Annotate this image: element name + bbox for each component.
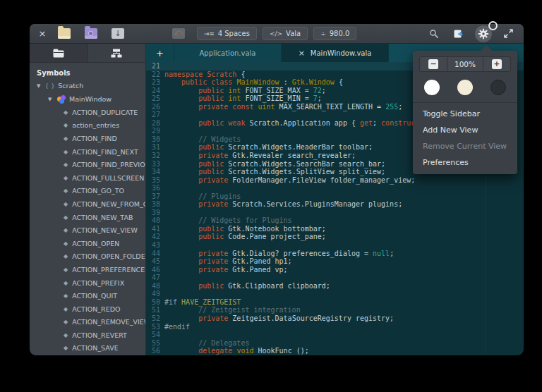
code-line[interactable]: 56 delegate void HookFunc (); — [146, 347, 524, 355]
diamond-icon: ◆ — [64, 109, 68, 116]
sepia-style-swatch[interactable] — [457, 80, 473, 95]
sidebar-tab-files[interactable] — [30, 44, 88, 62]
zoom-out-button[interactable]: − — [420, 57, 447, 71]
open-folder-icon[interactable] — [85, 28, 97, 39]
menu-item[interactable]: Toggle Sidebar — [413, 106, 517, 122]
symbol-list-item[interactable]: ◆ ACTION_FULLSCREEN — [30, 171, 145, 185]
line-number: 56 — [146, 347, 164, 355]
code-line[interactable]: 37 // Plugins — [146, 192, 524, 201]
dark-style-swatch[interactable] — [490, 80, 506, 95]
symbols-tree: ▼ ( ) Scratch ▼ MainWindow — [30, 79, 145, 355]
sidebar-tab-symbols[interactable] — [88, 44, 146, 62]
diamond-icon: ◆ — [64, 306, 68, 312]
tree-class-mainwindow[interactable]: ▼ MainWindow — [30, 92, 145, 106]
code-line[interactable]: 38 private Scratch.Services.PluginsManag… — [146, 200, 524, 209]
open-file-icon[interactable] — [58, 28, 71, 39]
diamond-icon: ◆ — [64, 122, 68, 128]
code-line[interactable]: 53#endif — [146, 323, 524, 331]
tab-application-vala[interactable]: Application.vala — [174, 44, 282, 62]
line-number: 53 — [146, 323, 164, 331]
line-number: 50 — [146, 298, 164, 307]
code-line[interactable]: 43 — [146, 241, 524, 250]
symbol-list-item[interactable]: ◆ ACTION_REDO — [30, 302, 145, 316]
symbol-list-item[interactable]: ◆ ACTION_FIND_NEXT — [30, 145, 145, 159]
code-line[interactable]: 51 // Zeitgeist integration — [146, 306, 524, 314]
code-text: #if HAVE_ZEITGEIST — [164, 298, 241, 307]
expander-icon[interactable]: ▼ — [48, 97, 54, 102]
window-close-button[interactable]: × — [37, 29, 48, 38]
code-line[interactable]: 55 // Delegates — [146, 339, 524, 348]
symbol-list-item[interactable]: ◆ ACTION_OPEN_FOLDER — [30, 250, 145, 264]
fullscreen-icon[interactable] — [500, 25, 517, 42]
code-line[interactable]: 49 — [146, 290, 524, 298]
expander-icon[interactable]: ▼ — [37, 83, 42, 89]
code-line[interactable]: 48 public Gtk.Clipboard clipboard; — [146, 282, 524, 290]
tab-mainwindow-vala[interactable]: × MainWindow.vala — [282, 44, 389, 62]
save-icon[interactable] — [112, 28, 124, 39]
share-icon[interactable] — [450, 25, 467, 42]
code-text: public Gtk.Notebook bottombar; — [164, 225, 326, 233]
code-text: public Gtk.Clipboard clipboard; — [164, 282, 330, 290]
tab-overview-icon[interactable] — [488, 21, 498, 30]
symbol-list-item[interactable]: ◆ ACTION_REMOVE_VIEW — [30, 316, 145, 329]
style-swatches — [413, 78, 517, 102]
symbol-list-item[interactable]: ◆ ACTION_FIND_PREVIOUS — [30, 158, 145, 171]
line-number: 32 — [146, 152, 164, 160]
code-line[interactable]: 44 private Gtk.Dialog? preferences_dialo… — [146, 250, 524, 258]
diamond-icon: ◆ — [64, 253, 68, 259]
line-number: 44 — [146, 250, 164, 258]
symbol-list-item[interactable]: ◆ ACTION_SAVE_AS — [30, 355, 145, 355]
tree-root-scratch[interactable]: ▼ ( ) Scratch — [30, 79, 145, 92]
goto-line-button[interactable]: ÷ 980.0 — [313, 27, 356, 40]
code-line[interactable]: 47 — [146, 274, 524, 282]
symbol-list-item[interactable]: ◆ ACTION_QUIT — [30, 289, 145, 302]
symbols-tree-icon — [111, 49, 122, 58]
symbol-list-item[interactable]: ◆ ACTION_NEW_TAB — [30, 211, 145, 224]
code-line[interactable]: 50#if HAVE_ZEITGEIST — [146, 298, 524, 307]
code-line[interactable]: 41 public Gtk.Notebook bottombar; — [146, 225, 524, 233]
new-tab-button[interactable]: + — [146, 44, 174, 62]
symbol-list-item[interactable]: ◆ ACTION_PREFIX — [30, 276, 145, 290]
code-line[interactable]: 42 public Code.Pane project_pane; — [146, 233, 524, 241]
line-number: 34 — [146, 168, 164, 176]
code-text: public Scratch.Widgets.SearchBar search_… — [164, 160, 385, 169]
line-number: 45 — [146, 257, 164, 266]
code-line[interactable]: 35 private FolderManager.FileView folder… — [146, 176, 524, 185]
symbol-list-item[interactable]: ◆ ACTION_SAVE — [30, 342, 145, 355]
symbol-list-item[interactable]: ◆ action_entries — [30, 119, 145, 133]
symbol-list-item[interactable]: ◆ ACTION_OPEN — [30, 237, 145, 250]
light-style-swatch[interactable] — [424, 80, 440, 95]
code-text: public Scratch.Widgets.SplitView split_v… — [164, 168, 385, 176]
indentation-button[interactable]: ⇥≡ 4 Spaces — [197, 27, 257, 40]
code-line[interactable]: 45 private Gtk.Paned hp1; — [146, 257, 524, 266]
symbol-list-item[interactable]: ◆ ACTION_PREFERENCES — [30, 263, 145, 276]
menu-item[interactable]: Preferences — [413, 154, 517, 171]
line-number: 46 — [146, 266, 164, 274]
code-text: // Widgets for Plugins — [164, 216, 292, 225]
symbol-list-item[interactable]: ◆ ACTION_GO_TO — [30, 185, 145, 198]
diamond-icon: ◆ — [64, 149, 68, 155]
line-number: 52 — [146, 314, 164, 323]
menu-item[interactable]: Add New View — [413, 122, 517, 138]
code-line[interactable]: 46 private Gtk.Paned vp; — [146, 266, 524, 274]
menu-item[interactable]: Remove Current View — [413, 138, 517, 154]
symbol-list-item[interactable]: ◆ ACTION_REVERT — [30, 329, 145, 342]
code-line[interactable]: 52 private Zeitgeist.DataSourceRegistry … — [146, 314, 524, 323]
line-number: 33 — [146, 160, 164, 169]
search-icon[interactable] — [426, 25, 442, 42]
code-line[interactable]: 40 // Widgets for Plugins — [146, 216, 524, 225]
line-number: 49 — [146, 290, 164, 298]
symbol-list-item[interactable]: ◆ ACTION_FIND — [30, 132, 145, 145]
code-line[interactable]: 54 — [146, 331, 524, 339]
symbol-list-item[interactable]: ◆ ACTION_DUPLICATE — [30, 106, 145, 119]
symbol-list-item[interactable]: ◆ ACTION_NEW_FROM_CLIPBOARD — [30, 197, 145, 211]
namespace-icon: ( ) — [46, 82, 54, 90]
line-number: 24 — [146, 87, 164, 95]
tab-close-icon[interactable]: × — [299, 49, 305, 58]
code-line[interactable]: 36 — [146, 184, 524, 192]
code-line[interactable]: 39 — [146, 209, 524, 217]
diamond-icon: ◆ — [64, 332, 68, 338]
language-button[interactable]: </> Vala — [263, 27, 308, 40]
zoom-in-button[interactable]: + — [483, 57, 510, 71]
symbol-list-item[interactable]: ◆ ACTION_NEW_VIEW — [30, 223, 145, 237]
